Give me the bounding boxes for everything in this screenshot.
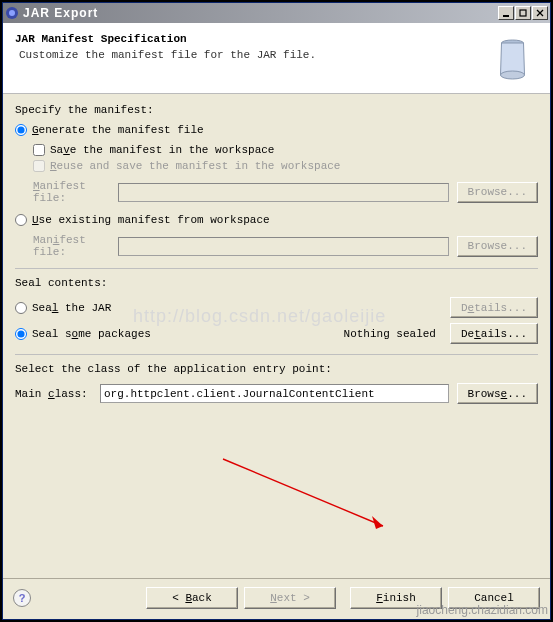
close-button[interactable]: [532, 6, 548, 20]
manifest-section-label: Specify the manifest:: [15, 104, 538, 116]
reuse-manifest-checkbox: Reuse and save the manifest in the works…: [33, 160, 538, 172]
wizard-header: JAR Manifest Specification Customize the…: [3, 23, 550, 94]
seal-some-radio[interactable]: Seal some packages: [15, 328, 344, 340]
generate-manifest-radio-input[interactable]: [15, 124, 27, 136]
seal-jar-radio-input[interactable]: [15, 302, 27, 314]
seal-some-details-button[interactable]: Details...: [450, 323, 538, 344]
seal-jar-details-button: Details...: [450, 297, 538, 318]
manifest-file2-input: [118, 237, 449, 256]
reuse-manifest-checkbox-input: [33, 160, 45, 172]
jar-icon: [485, 33, 540, 83]
app-icon: [5, 6, 19, 20]
main-class-label: Main class:: [15, 388, 100, 400]
main-class-input[interactable]: [100, 384, 449, 403]
next-button: Next >: [244, 587, 336, 609]
svg-marker-9: [372, 516, 383, 529]
manifest-file2-label: Manifest file:: [33, 234, 118, 258]
svg-point-1: [9, 10, 15, 16]
page-title: JAR Manifest Specification: [15, 33, 475, 45]
save-manifest-checkbox-input[interactable]: [33, 144, 45, 156]
back-button[interactable]: < Back: [146, 587, 238, 609]
svg-rect-2: [503, 15, 509, 17]
annotation-arrow-icon: [218, 454, 398, 539]
manifest-browse2-button: Browse...: [457, 236, 538, 257]
seal-status: Nothing sealed: [344, 328, 436, 340]
svg-rect-3: [520, 10, 526, 16]
generate-manifest-radio[interactable]: GGenerate the manifest fileenerate the m…: [15, 124, 538, 136]
titlebar[interactable]: JAR Export: [3, 3, 550, 23]
use-existing-manifest-radio-input[interactable]: [15, 214, 27, 226]
seal-some-radio-input[interactable]: [15, 328, 27, 340]
content-area: Specify the manifest: GGenerate the mani…: [3, 94, 550, 578]
dialog-window: JAR Export JAR Manifest Specification Cu…: [2, 2, 551, 620]
svg-line-8: [223, 459, 383, 526]
minimize-button[interactable]: [498, 6, 514, 20]
manifest-file-label: Manifest file:: [33, 180, 118, 204]
maximize-button[interactable]: [515, 6, 531, 20]
seal-section-label: Seal contents:: [15, 277, 538, 289]
seal-jar-radio[interactable]: Seal the JAR: [15, 302, 442, 314]
window-title: JAR Export: [23, 6, 498, 20]
svg-point-7: [501, 71, 525, 79]
manifest-file-input: [118, 183, 449, 202]
use-existing-manifest-radio[interactable]: Use existing manifest from workspace: [15, 214, 538, 226]
site-watermark: jiaocheng.chazidian.com: [417, 603, 548, 617]
main-class-browse-button[interactable]: Browse...: [457, 383, 538, 404]
save-manifest-checkbox[interactable]: Save the manifest in the workspace: [33, 144, 538, 156]
help-icon[interactable]: ?: [13, 589, 31, 607]
manifest-browse-button: Browse...: [457, 182, 538, 203]
entry-section-label: Select the class of the application entr…: [15, 363, 538, 375]
page-subtitle: Customize the manifest file for the JAR …: [19, 49, 475, 61]
